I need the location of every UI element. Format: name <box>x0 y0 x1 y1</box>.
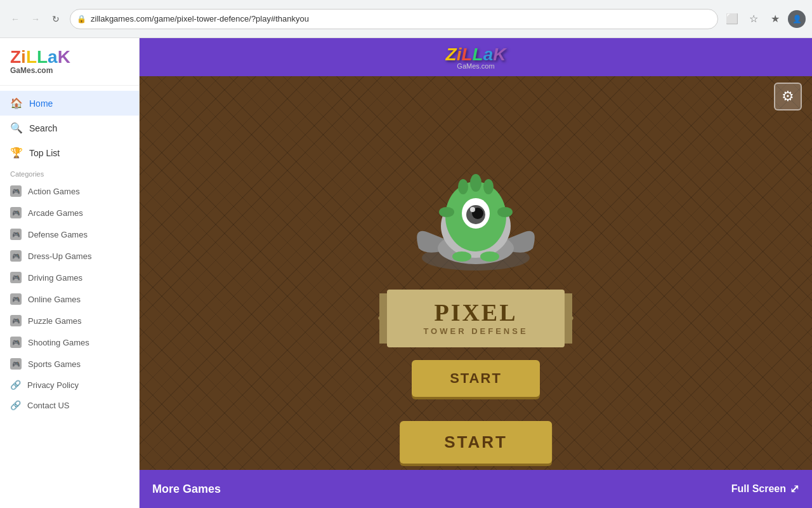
category-puzzle[interactable]: 🎮 Puzzle Games <box>0 310 139 331</box>
category-driving-label: Driving Games <box>28 273 82 283</box>
privacy-label: Privacy Policy <box>27 380 79 390</box>
svg-point-10 <box>470 207 475 212</box>
lock-icon: 🔒 <box>77 15 86 23</box>
browser-actions: ⬜ ☆ ★ 👤 <box>723 10 806 28</box>
svg-point-14 <box>480 251 499 262</box>
shooting-icon: 🎮 <box>10 337 22 348</box>
dressup-icon: 🎮 <box>10 250 22 262</box>
address-bar[interactable]: 🔒 zillakgames.com/game/pixel-tower-defen… <box>70 9 718 29</box>
main-content: ZiLLaK GaMes.com ⚙ <box>140 38 812 508</box>
sidebar-logo: ZiLLaK GaMes.com <box>0 38 139 86</box>
title-banner: PIXEL TOWER DEFENSE <box>387 290 565 347</box>
contact-us-link[interactable]: 🔗 Contact US <box>0 395 139 415</box>
home-icon: 🏠 <box>10 97 23 109</box>
browser-nav: ← → ↻ <box>6 10 65 28</box>
game-title-main: PIXEL <box>419 298 533 326</box>
start-button[interactable]: START <box>412 360 540 397</box>
svg-point-12 <box>497 207 513 217</box>
game-bottom-bar: More Games Full Screen ⤢ <box>140 470 812 508</box>
forward-button[interactable]: → <box>27 10 44 28</box>
driving-icon: 🎮 <box>10 272 22 283</box>
sidebar-item-search-label: Search <box>29 123 57 133</box>
category-shooting[interactable]: 🎮 Shooting Games <box>0 331 139 353</box>
logo-games-text: GaMes.com <box>10 66 129 75</box>
category-sports[interactable]: 🎮 Sports Games <box>0 353 139 375</box>
puzzle-icon: 🎮 <box>10 315 22 326</box>
category-shooting-label: Shooting Games <box>28 338 89 347</box>
categories-label: Categories <box>0 165 139 180</box>
monster-container <box>393 150 558 277</box>
category-action[interactable]: 🎮 Action Games <box>0 180 139 202</box>
svg-point-5 <box>470 174 481 192</box>
search-icon: 🔍 <box>10 122 23 134</box>
game-title-sub: TOWER DEFENSE <box>419 326 533 336</box>
defense-icon: 🎮 <box>10 229 22 240</box>
second-start-container: START <box>400 421 552 464</box>
sports-icon: 🎮 <box>10 358 22 370</box>
privacy-icon: 🔗 <box>10 380 21 390</box>
arcade-icon: 🎮 <box>10 207 22 218</box>
contact-icon: 🔗 <box>10 400 21 410</box>
contact-label: Contact US <box>27 401 69 410</box>
fullscreen-button[interactable]: Full Screen ⤢ <box>731 482 799 496</box>
user-avatar[interactable]: 👤 <box>788 10 806 28</box>
fullscreen-label: Full Screen <box>731 483 786 495</box>
svg-point-4 <box>458 179 468 194</box>
more-games-button[interactable]: More Games <box>152 483 221 496</box>
category-arcade[interactable]: 🎮 Arcade Games <box>0 202 139 224</box>
monster-svg <box>393 150 558 277</box>
category-dressup-label: Dress-Up Games <box>28 251 91 261</box>
page-wrapper: ZiLLaK GaMes.com 🏠 Home 🔍 Search 🏆 Top L… <box>0 38 812 508</box>
logo-zillak: ZiLLaK <box>10 48 129 66</box>
back-button[interactable]: ← <box>6 10 24 28</box>
banner-right-tab <box>565 302 573 334</box>
extensions-button[interactable]: ⬜ <box>723 10 741 28</box>
game-title-area: PIXEL TOWER DEFENSE START <box>387 150 565 397</box>
privacy-policy-link[interactable]: 🔗 Privacy Policy <box>0 375 139 395</box>
category-defense-label: Defense Games <box>28 230 88 239</box>
svg-point-11 <box>439 207 454 217</box>
game-center-content: PIXEL TOWER DEFENSE START <box>140 76 812 470</box>
online-icon: 🎮 <box>10 293 22 305</box>
fullscreen-icon: ⤢ <box>790 482 799 496</box>
sidebar: ZiLLaK GaMes.com 🏠 Home 🔍 Search 🏆 Top L… <box>0 38 140 508</box>
svg-point-13 <box>452 251 471 262</box>
category-dressup[interactable]: 🎮 Dress-Up Games <box>0 245 139 267</box>
category-defense[interactable]: 🎮 Defense Games <box>0 224 139 245</box>
browser-chrome: ← → ↻ 🔒 zillakgames.com/game/pixel-tower… <box>0 0 812 38</box>
banner-left-tab <box>378 302 387 334</box>
game-area: ZiLLaK GaMes.com ⚙ <box>140 38 812 508</box>
sidebar-item-toplist-label: Top List <box>29 148 60 158</box>
trophy-icon: 🏆 <box>10 147 23 159</box>
url-text: zillakgames.com/game/pixel-tower-defence… <box>91 14 309 23</box>
action-icon: 🎮 <box>10 185 22 197</box>
start-button-large[interactable]: START <box>400 421 552 464</box>
settings-gear-button[interactable]: ⚙ <box>774 83 802 110</box>
category-puzzle-label: Puzzle Games <box>28 316 82 326</box>
reload-button[interactable]: ↻ <box>47 10 65 28</box>
game-logo-container: ZiLLaK GaMes.com <box>446 44 506 70</box>
bookmark-button[interactable]: ☆ <box>745 10 763 28</box>
sidebar-item-home[interactable]: 🏠 Home <box>0 91 139 116</box>
category-online-label: Online Games <box>28 295 81 304</box>
favorites-button[interactable]: ★ <box>766 10 784 28</box>
category-action-label: Action Games <box>28 187 80 196</box>
category-online[interactable]: 🎮 Online Games <box>0 288 139 310</box>
sidebar-item-toplist[interactable]: 🏆 Top List <box>0 140 139 165</box>
category-driving[interactable]: 🎮 Driving Games <box>0 267 139 288</box>
sidebar-item-home-label: Home <box>29 98 53 109</box>
svg-point-6 <box>483 179 494 194</box>
sidebar-nav: 🏠 Home 🔍 Search 🏆 Top List Categories 🎮 … <box>0 86 139 420</box>
game-header-bar: ZiLLaK GaMes.com <box>140 38 812 76</box>
gear-icon: ⚙ <box>782 88 794 105</box>
category-arcade-label: Arcade Games <box>28 208 83 218</box>
sidebar-item-search[interactable]: 🔍 Search <box>0 116 139 140</box>
category-sports-label: Sports Games <box>28 359 81 369</box>
